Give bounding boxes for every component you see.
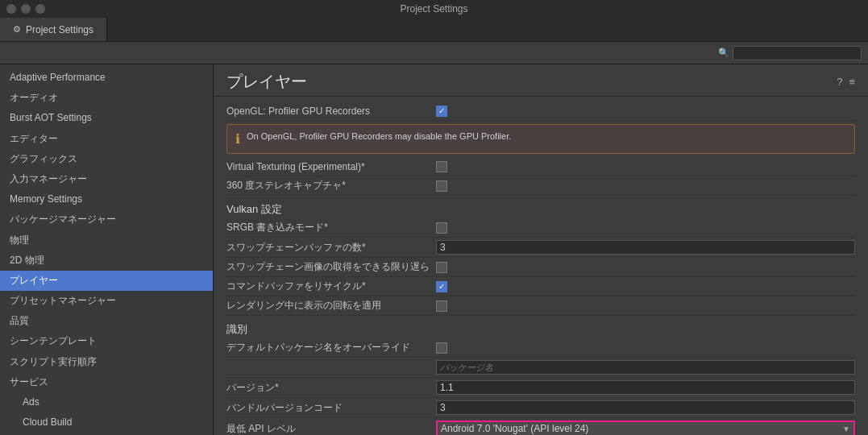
warning-text: On OpenGL, Profiler GPU Recorders may di… [247,131,511,141]
package-name-row [226,358,855,378]
sidebar-item-graphics[interactable]: グラフィックス [0,149,213,169]
vulkan-rotation-label: レンダリング中に表示の回転を適用 [226,299,436,313]
vulkan-swapchain-count-row: スワップチェーンバッファの数* [226,238,855,258]
project-settings-tab[interactable]: ⚙ Project Settings [0,18,107,41]
opengl-value [436,106,855,117]
minimize-button[interactable] [21,4,31,14]
sidebar-item-physics[interactable]: 物理 [0,230,213,251]
vulkan-rotation-row: レンダリング中に表示の回転を適用 [226,296,855,316]
version-input[interactable] [436,380,855,395]
package-name-input[interactable] [436,360,855,375]
content-header: プレイヤー ? ≡ [214,64,868,97]
bundle-version-label: バンドルバージョンコード [226,401,436,415]
window-title: Project Settings [400,3,467,14]
vulkan-cmdbuf-row: コマンドバッファをリサイクル* [226,277,855,296]
sidebar-item-editor[interactable]: エディター [0,129,213,149]
gear-icon: ⚙ [13,24,21,35]
sidebar-item-cloud-build[interactable]: Cloud Build [0,412,213,433]
sidebar-item-memory-settings[interactable]: Memory Settings [0,189,213,209]
stereo-value [436,180,855,192]
sidebar-item-input-manager[interactable]: 入力マネージャー [0,169,213,189]
sidebar-item-ads[interactable]: Ads [0,392,213,412]
virtual-texturing-row: Virtual Texturing (Experimental)* [226,157,855,176]
close-button[interactable] [6,4,16,14]
override-package-label: デフォルトパッケージ名をオーバーライド [226,341,436,354]
opengl-label: OpenGL: Profiler GPU Recorders [226,106,436,117]
searchbar: 🔍 [0,42,868,64]
stereo-checkbox[interactable] [436,180,447,192]
identifier-section-header: 識別 [226,322,855,337]
content-area: プレイヤー ? ≡ OpenGL: Profiler GPU Recorders… [214,64,868,435]
vulkan-rotation-checkbox[interactable] [436,300,447,312]
sidebar: Adaptive Performance オーディオ Burst AOT Set… [0,64,214,435]
version-label: バージョン* [226,381,436,395]
virtual-texturing-value [436,161,855,172]
stereo-row: 360 度ステレオキャプチャ* [226,176,855,196]
virtual-texturing-checkbox[interactable] [436,161,447,172]
sidebar-item-physics-2d[interactable]: 2D 物理 [0,251,213,271]
warning-icon: ℹ [235,131,240,147]
search-icon: 🔍 [718,48,729,58]
settings-menu-icon[interactable]: ≡ [849,76,855,88]
window-controls [6,4,45,14]
vulkan-swapchain-late-label: スワップチェーン画像の取得をできる限り遅ら [226,260,436,274]
sidebar-item-script-order[interactable]: スクリプト実行順序 [0,352,213,372]
help-icon[interactable]: ? [837,76,842,88]
sidebar-item-preset-manager[interactable]: プリセットマネージャー [0,291,213,311]
vulkan-section-header: Vulkan 設定 [226,202,855,217]
header-icons: ? ≡ [837,76,855,88]
page-title: プレイヤー [226,71,307,93]
titlebar: Project Settings [0,0,868,18]
vulkan-swapchain-late-row: スワップチェーン画像の取得をできる限り遅ら [226,258,855,277]
sidebar-item-services[interactable]: サービス [0,372,213,392]
override-package-row: デフォルトパッケージ名をオーバーライド [226,338,855,358]
min-api-level-value: Android 7.0 'Nougat' (API level 24) [441,423,588,434]
main-layout: Adaptive Performance オーディオ Burst AOT Set… [0,64,868,435]
sidebar-item-audio[interactable]: オーディオ [0,88,213,108]
warning-box: ℹ On OpenGL, Profiler GPU Recorders may … [226,124,855,154]
min-api-level-arrow: ▼ [842,425,850,433]
vulkan-swapchain-count-label: スワップチェーンバッファの数* [226,241,436,255]
bundle-version-input[interactable] [436,400,855,415]
opengl-checkbox[interactable] [436,106,447,117]
vulkan-cmdbuf-label: コマンドバッファをリサイクル* [226,280,436,293]
vulkan-swapchain-count-input[interactable] [436,240,855,255]
min-api-level-dropdown[interactable]: Android 7.0 'Nougat' (API level 24) ▼ [436,420,855,435]
opengl-row: OpenGL: Profiler GPU Recorders [226,102,855,121]
sidebar-item-quality[interactable]: 品質 [0,311,213,331]
sidebar-item-scene-template[interactable]: シーンテンプレート [0,331,213,351]
override-package-checkbox[interactable] [436,342,447,354]
version-row: バージョン* [226,378,855,398]
vulkan-swapchain-late-checkbox[interactable] [436,262,447,273]
sidebar-item-burst-aot[interactable]: Burst AOT Settings [0,108,213,128]
stereo-label: 360 度ステレオキャプチャ* [226,179,436,193]
main-section: OpenGL: Profiler GPU Recorders ℹ On Open… [214,97,868,435]
vulkan-cmdbuf-checkbox[interactable] [436,281,447,292]
min-api-level-label: 最低 API レベル [226,422,436,436]
min-api-level-row: 最低 API レベル Android 7.0 'Nougat' (API lev… [226,418,855,435]
tabbar: ⚙ Project Settings [0,18,868,42]
sidebar-item-player[interactable]: プレイヤー [0,271,213,291]
sidebar-item-adaptive-performance[interactable]: Adaptive Performance [0,68,213,88]
vulkan-srgb-label: SRGB 書き込みモード* [226,221,436,234]
tab-label: Project Settings [26,24,93,35]
virtual-texturing-label: Virtual Texturing (Experimental)* [226,161,436,172]
search-input[interactable] [733,46,862,60]
sidebar-item-package-manager[interactable]: パッケージマネージャー [0,209,213,230]
maximize-button[interactable] [35,4,45,14]
vulkan-srgb-checkbox[interactable] [436,222,447,234]
bundle-version-row: バンドルバージョンコード [226,398,855,418]
vulkan-srgb-row: SRGB 書き込みモード* [226,218,855,238]
